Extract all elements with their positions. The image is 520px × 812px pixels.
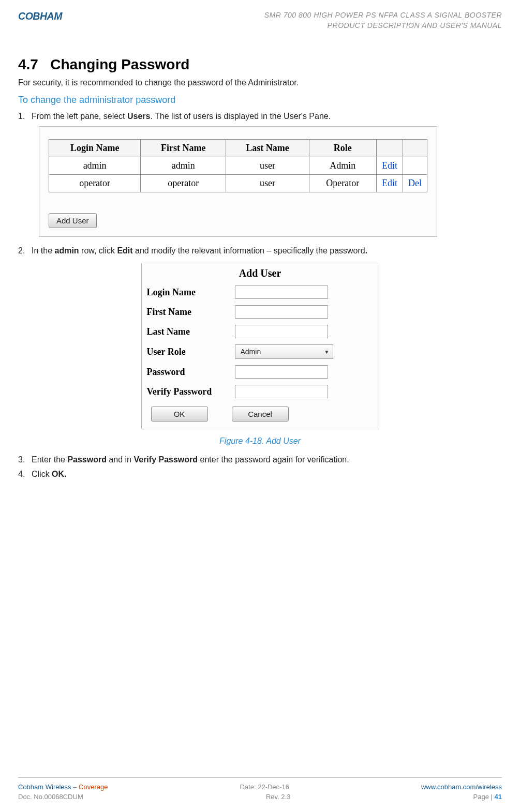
cell-role: Admin	[309, 157, 376, 175]
intro-text: For security, it is recommended to chang…	[18, 78, 502, 87]
chevron-down-icon: ▼	[324, 349, 330, 355]
col-login-name: Login Name	[49, 140, 141, 157]
col-edit	[377, 140, 403, 157]
step-4: 4. Click OK.	[18, 470, 502, 479]
header-line-1: SMR 700 800 HIGH POWER PS NFPA CLASS A S…	[264, 10, 502, 21]
verify-password-label: Verify Password	[147, 386, 235, 397]
last-name-label: Last Name	[147, 326, 235, 337]
password-label: Password	[147, 367, 235, 378]
section-number: 4.7	[18, 56, 38, 72]
cell-last: user	[226, 157, 309, 175]
edit-link[interactable]: Edit	[377, 157, 403, 175]
footer-date: Date: 22-Dec-16	[240, 783, 289, 791]
users-table: Login Name First Name Last Name Role adm…	[49, 139, 427, 192]
form-row-last: Last Name	[142, 322, 379, 341]
footer-rev: Rev. 2.3	[266, 793, 290, 801]
table-row: operator operator user Operator Edit Del	[49, 175, 427, 192]
figure-caption: Figure 4-18. Add User	[18, 437, 502, 446]
step-2: 2. In the admin row, click Edit and modi…	[18, 246, 502, 255]
form-row-verify: Verify Password	[142, 382, 379, 401]
del-link[interactable]	[403, 157, 427, 175]
cell-role: Operator	[309, 175, 376, 192]
svg-text:COBHAM: COBHAM	[18, 10, 63, 22]
footer-page: Page | 41	[473, 793, 502, 801]
password-input[interactable]	[235, 365, 328, 379]
user-role-label: User Role	[147, 347, 235, 357]
users-pane-screenshot: Login Name First Name Last Name Role adm…	[39, 126, 437, 237]
col-del	[403, 140, 427, 157]
col-last-name: Last Name	[226, 140, 309, 157]
table-header-row: Login Name First Name Last Name Role	[49, 140, 427, 157]
step-number: 2.	[18, 246, 32, 255]
cell-first: admin	[141, 157, 226, 175]
form-row-first: First Name	[142, 302, 379, 322]
last-name-input[interactable]	[235, 325, 328, 338]
step-number: 4.	[18, 470, 32, 479]
header-doc-title: SMR 700 800 HIGH POWER PS NFPA CLASS A S…	[264, 10, 502, 31]
first-name-input[interactable]	[235, 305, 328, 319]
first-name-label: First Name	[147, 307, 235, 318]
logo: COBHAM	[18, 10, 85, 24]
footer-brand: Cobham Wireless – Coverage	[18, 783, 108, 791]
dialog-buttons: OK Cancel	[142, 401, 379, 429]
procedure-subheading: To change the administrator password	[18, 95, 502, 106]
add-user-button[interactable]: Add User	[49, 213, 97, 228]
verify-password-input[interactable]	[235, 385, 328, 398]
step-1: 1. From the left pane, select Users. The…	[18, 112, 502, 121]
user-role-select[interactable]: Admin ▼	[235, 344, 333, 359]
header-line-2: PRODUCT DESCRIPTION AND USER'S MANUAL	[264, 21, 502, 31]
section-title: Changing Password	[50, 56, 189, 72]
dialog-title: Add User	[142, 263, 379, 282]
section-heading: 4.7 Changing Password	[18, 56, 502, 73]
step-number: 1.	[18, 112, 32, 121]
table-row: admin admin user Admin Edit	[49, 157, 427, 175]
user-role-value: Admin	[241, 348, 261, 356]
step-content: In the admin row, click Edit and modify …	[32, 246, 502, 255]
ok-button[interactable]: OK	[151, 407, 208, 422]
step-content: From the left pane, select Users. The li…	[32, 112, 502, 121]
page-footer: Cobham Wireless – Coverage Date: 22-Dec-…	[18, 777, 502, 803]
login-name-input[interactable]	[235, 285, 328, 299]
cell-login: operator	[49, 175, 141, 192]
step-number: 3.	[18, 455, 32, 464]
document-header: COBHAM SMR 700 800 HIGH POWER PS NFPA CL…	[18, 10, 502, 31]
cobham-logo-icon: COBHAM	[18, 10, 85, 22]
cancel-button[interactable]: Cancel	[232, 407, 289, 422]
step-content: Enter the Password and in Verify Passwor…	[32, 455, 502, 464]
col-role: Role	[309, 140, 376, 157]
step-content: Click OK.	[32, 470, 502, 479]
cell-login: admin	[49, 157, 141, 175]
footer-url: www.cobham.com/wireless	[421, 783, 502, 791]
edit-link[interactable]: Edit	[377, 175, 403, 192]
login-name-label: Login Name	[147, 287, 235, 298]
cell-last: user	[226, 175, 309, 192]
footer-doc: Doc. No.00068CDUM	[18, 793, 83, 801]
form-row-password: Password	[142, 362, 379, 382]
del-link[interactable]: Del	[403, 175, 427, 192]
form-row-role: User Role Admin ▼	[142, 341, 379, 362]
step-3: 3. Enter the Password and in Verify Pass…	[18, 455, 502, 464]
col-first-name: First Name	[141, 140, 226, 157]
add-user-dialog-screenshot: Add User Login Name First Name Last Name…	[141, 263, 379, 429]
cell-first: operator	[141, 175, 226, 192]
form-row-login: Login Name	[142, 282, 379, 302]
